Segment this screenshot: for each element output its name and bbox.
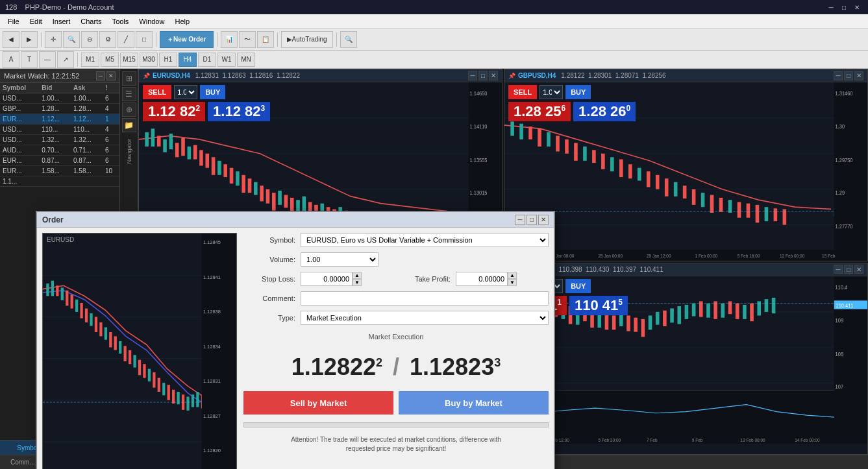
menu-edit[interactable]: Edit (25, 16, 47, 27)
mw-minimize[interactable]: ─ (96, 71, 105, 80)
gbpusd-sell-btn[interactable]: SELL (508, 85, 537, 99)
type-select[interactable]: Market Execution (301, 311, 549, 325)
symbol-select[interactable]: EURUSD, Euro vs US Dollar Variable + Com… (301, 233, 549, 247)
indicator-button[interactable]: 〜 (239, 31, 256, 48)
stop-loss-input[interactable] (301, 272, 353, 286)
tf-w1[interactable]: W1 (217, 53, 236, 67)
menu-insert[interactable]: Insert (47, 16, 76, 27)
sl-up[interactable]: ▲ (353, 272, 362, 279)
dialog-close[interactable]: ✕ (538, 215, 549, 225)
nav-icon-4[interactable]: 📁 (122, 118, 136, 132)
chart-usdjpy-close[interactable]: ✕ (854, 265, 863, 274)
mw-spread (103, 176, 119, 187)
market-watch-row[interactable]: USD... 1.00... 1.00... 6 (0, 93, 119, 104)
market-watch-row[interactable]: EUR... 1.12... 1.12... 1 (0, 114, 119, 125)
zoom-in-button[interactable]: 🔍 (63, 31, 80, 48)
chart-minimize-btn[interactable]: ─ (468, 71, 477, 80)
volume-select[interactable]: 1.00 0.10 0.50 2.00 (301, 252, 378, 267)
svg-rect-147 (713, 301, 717, 319)
market-watch-row[interactable]: AUD... 0.70... 0.71... 6 (0, 145, 119, 156)
tf-m30[interactable]: M30 (140, 53, 158, 67)
menu-file[interactable]: File (3, 16, 25, 27)
chart-close-btn[interactable]: ✕ (489, 71, 498, 80)
market-watch-row[interactable]: GBP... 1.28... 1.28... 4 (0, 104, 119, 114)
gbpusd-volume-select[interactable]: 1.00 (539, 85, 563, 99)
chart-type-button[interactable]: 📊 (221, 31, 238, 48)
close-button[interactable]: ✕ (851, 2, 863, 12)
order-dialog[interactable]: Order ─ □ ✕ EURUSD (36, 211, 555, 469)
svg-rect-197 (124, 346, 127, 361)
market-watch-row[interactable]: USD... 110... 110... 4 (0, 125, 119, 135)
svg-rect-79 (647, 171, 651, 187)
mw-close[interactable]: ✕ (106, 71, 116, 80)
market-watch-title: Market Watch: 12:21:52 (4, 72, 79, 80)
chart-usdjpy-restore[interactable]: □ (844, 265, 853, 274)
gbpusd-buy-btn[interactable]: BUY (565, 85, 591, 99)
tf-m15[interactable]: M15 (120, 53, 138, 67)
zoom-out-button[interactable]: ⊖ (81, 31, 98, 48)
svg-text:109: 109 (836, 317, 844, 324)
svg-rect-24 (260, 186, 264, 201)
chart-restore-btn[interactable]: □ (478, 71, 488, 80)
arrow-tool[interactable]: ↗ (57, 51, 74, 68)
nav-icon-3[interactable]: ⊕ (122, 102, 136, 117)
market-watch-row[interactable]: EUR... 1.58... 1.58... 10 (0, 166, 119, 176)
text-tool[interactable]: A (3, 51, 19, 68)
eurusd-sell-btn[interactable]: SELL (143, 85, 171, 99)
usdjpy-buy-btn[interactable]: BUY (565, 279, 591, 293)
dialog-restore[interactable]: □ (527, 215, 537, 225)
new-order-button[interactable]: ＋ New Order (160, 31, 214, 48)
maximize-button[interactable]: □ (838, 2, 850, 12)
objects-button[interactable]: □ (136, 31, 153, 48)
market-watch-row[interactable]: EUR... 0.87... 0.87... 6 (0, 156, 119, 166)
eurusd-volume-select[interactable]: 1.00 (174, 85, 197, 99)
menu-help[interactable]: Help (169, 16, 195, 27)
menu-tools[interactable]: Tools (107, 16, 134, 27)
market-watch-row[interactable]: USD... 1.32... 1.32... 6 (0, 135, 119, 145)
chart-gbpusd-restore[interactable]: □ (844, 71, 853, 80)
tp-up[interactable]: ▲ (508, 272, 517, 279)
separator-tf (77, 53, 78, 67)
eurusd-buy-price: 1.12 823 (208, 102, 270, 121)
tf-m1[interactable]: M1 (81, 53, 99, 67)
eurusd-buy-btn[interactable]: BUY (200, 85, 225, 99)
svg-rect-133 (612, 315, 616, 330)
svg-rect-68 (547, 132, 551, 147)
forward-button[interactable]: ▶ (21, 31, 38, 48)
back-button[interactable]: ◀ (3, 31, 19, 48)
minimize-button[interactable]: ─ (825, 2, 837, 12)
menu-charts[interactable]: Charts (75, 16, 106, 27)
chart-gbpusd-close[interactable]: ✕ (854, 71, 863, 80)
tf-h1[interactable]: H1 (159, 53, 177, 67)
sell-market-button[interactable]: Sell by Market (243, 391, 393, 415)
svg-rect-22 (248, 178, 252, 193)
chart-gbpusd-minimize[interactable]: ─ (834, 71, 843, 80)
tf-d1[interactable]: D1 (198, 53, 216, 67)
sl-down[interactable]: ▼ (353, 279, 362, 286)
trendline-button[interactable]: ╱ (118, 31, 134, 48)
tf-m5[interactable]: M5 (101, 53, 119, 67)
properties-button[interactable]: ⚙ (99, 31, 116, 48)
comment-row: Comment: (243, 291, 549, 306)
tf-h4[interactable]: H4 (179, 53, 197, 67)
market-watch-row[interactable]: 1.1... (0, 176, 119, 187)
tp-down[interactable]: ▼ (508, 279, 517, 286)
menu-window[interactable]: Window (134, 16, 169, 27)
mw-spread: 4 (103, 125, 119, 135)
comment-input[interactable] (301, 291, 549, 306)
text-size[interactable]: T (21, 51, 38, 68)
template-button[interactable]: 📋 (257, 31, 274, 48)
take-profit-input[interactable] (456, 272, 508, 286)
crosshair-button[interactable]: ✛ (45, 31, 62, 48)
buy-market-button[interactable]: Buy by Market (399, 391, 549, 415)
nav-icon-1[interactable]: ⊞ (122, 71, 136, 86)
autotrading-button[interactable]: ▶ AutoTrading (281, 31, 333, 48)
nav-icon-2[interactable]: ☰ (122, 87, 136, 101)
chart-usdjpy-minimize[interactable]: ─ (834, 265, 843, 274)
search-button[interactable]: 🔍 (340, 31, 357, 48)
tf-mn[interactable]: MN (237, 53, 255, 67)
line-tool[interactable]: — (39, 51, 56, 68)
svg-text:14 Feb 08:00: 14 Feb 08:00 (795, 437, 819, 443)
svg-text:13 Feb 00:00: 13 Feb 00:00 (740, 437, 765, 443)
dialog-minimize[interactable]: ─ (515, 215, 525, 225)
